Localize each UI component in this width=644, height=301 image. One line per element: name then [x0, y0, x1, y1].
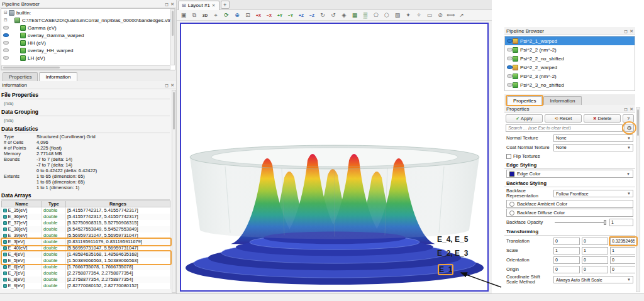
- capture-view-icon[interactable]: ⧉: [189, 11, 199, 20]
- pipeline-item[interactable]: Psi^2_2 (nm^-2): [505, 45, 635, 54]
- reset-button[interactable]: ⟲Reset: [545, 114, 582, 123]
- float-panel-icon[interactable]: ◻: [165, 2, 169, 6]
- translation-y-input[interactable]: [582, 238, 608, 245]
- visibility-eye-icon[interactable]: [507, 74, 513, 78]
- pipeline-item[interactable]: Psi^2_2_warped: [505, 63, 635, 72]
- backface-diffuse-color-control[interactable]: Backface Diffuse Color: [506, 209, 633, 217]
- view-plus-x-icon[interactable]: +X: [253, 11, 264, 20]
- edge-color-control[interactable]: Edge Color ▼: [506, 170, 633, 178]
- pipeline-item[interactable]: LH (eV): [1, 54, 175, 62]
- coat-normal-texture-select[interactable]: None▼: [553, 144, 633, 151]
- properties-scrollbar[interactable]: [636, 107, 640, 292]
- close-layout-icon[interactable]: ✕: [212, 3, 216, 8]
- tab-properties[interactable]: Properties: [3, 72, 38, 81]
- translation-z-input[interactable]: [610, 238, 635, 245]
- data-array-row[interactable]: E_36[eV]double[5.41557742317, 5.41557742…: [2, 214, 170, 220]
- rotate-90-ccw-icon[interactable]: ↺: [328, 11, 338, 20]
- view-minus-z-icon[interactable]: −Z: [307, 11, 317, 20]
- data-array-row[interactable]: E_37[eV]double[5.52750908315, 5.52750908…: [2, 220, 170, 226]
- float-panel-icon[interactable]: ◻: [165, 83, 169, 87]
- data-array-row[interactable]: E_3[eV]double[0.831195911679, 0.83119591…: [2, 239, 170, 245]
- visibility-eye-icon[interactable]: [507, 39, 513, 43]
- view-minus-x-icon[interactable]: −X: [264, 11, 274, 20]
- select-cells-polygon-icon[interactable]: ⬠: [371, 11, 381, 20]
- pipeline-item[interactable]: overlay_Gamma_warped: [1, 31, 175, 39]
- close-panel-icon[interactable]: ✕: [630, 29, 633, 33]
- backface-opacity-slider[interactable]: [555, 222, 606, 223]
- pipeline-item[interactable]: HH (eV): [1, 39, 175, 47]
- data-array-row[interactable]: E_39[eV]double[5.56959731047, 5.56959731…: [2, 233, 170, 239]
- origin-z-input[interactable]: [610, 266, 635, 273]
- clear-selection-icon[interactable]: ⊘: [435, 11, 445, 20]
- hover-cells-icon[interactable]: ▭: [425, 11, 435, 20]
- data-array-row[interactable]: E_38[eV]double[5.54527553849, 5.54527553…: [2, 226, 170, 233]
- gear-icon[interactable]: ⚙: [625, 124, 634, 132]
- tree-vertical-scrollbar[interactable]: [170, 9, 175, 65]
- origin-x-input[interactable]: [553, 266, 580, 273]
- expander-icon[interactable]: ⊟: [4, 18, 8, 23]
- data-array-row[interactable]: E_35[eV]double[5.41557742317, 5.41557742…: [2, 207, 170, 214]
- zoom-to-box-icon[interactable]: ⊡: [243, 11, 253, 20]
- add-layout-button[interactable]: +: [221, 1, 230, 9]
- close-panel-icon[interactable]: ✕: [170, 2, 174, 6]
- search-input[interactable]: [506, 124, 623, 132]
- origin-y-input[interactable]: [582, 266, 608, 273]
- visibility-eye-icon[interactable]: [3, 56, 9, 60]
- float-panel-icon[interactable]: ◻: [624, 29, 628, 33]
- pipeline-item[interactable]: Gamma (eV): [1, 24, 175, 31]
- rotate-90-cw-icon[interactable]: ↻: [318, 11, 328, 20]
- data-array-row[interactable]: E_6[eV]double[1.7666735078, 1.7666735078…: [2, 264, 170, 270]
- view-plus-y-icon[interactable]: +Y: [275, 11, 285, 20]
- column-type[interactable]: Type: [42, 201, 66, 207]
- pipeline-item[interactable]: Psi^2_3 (nm^-2): [505, 72, 635, 80]
- data-array-row[interactable]: E_8[eV]double[2.2758877354, 2.2758877354…: [2, 276, 170, 283]
- pipeline-browser-tree-right[interactable]: Psi^2_1_warpedPsi^2_2 (nm^-2)Psi^2_2_no_…: [504, 36, 635, 91]
- pipeline-item[interactable]: Psi^2_3_no_shifted: [505, 80, 635, 89]
- data-array-row[interactable]: E_40[eV]double[5.56959731047, 5.56959731…: [2, 245, 170, 251]
- interactive-select-cells-icon[interactable]: ✦: [403, 11, 413, 20]
- information-scrollbar[interactable]: [172, 90, 176, 293]
- pipeline-item[interactable]: overlay_HH_warped: [1, 47, 175, 54]
- pipeline-item[interactable]: ⊟C:\TESTCASE\2D\QuantumCorral_nnp\bias_0…: [1, 16, 175, 24]
- pipeline-item[interactable]: Psi^2_2_no_shifted: [505, 54, 635, 63]
- pipeline-item[interactable]: ⊟builtin:: [1, 9, 175, 16]
- visibility-eye-icon[interactable]: [3, 41, 9, 45]
- ruler-icon[interactable]: ⟺: [446, 11, 456, 20]
- flip-textures-checkbox[interactable]: [506, 154, 511, 159]
- coordinate-shift-select[interactable]: Always Auto Shift Scale▼: [553, 276, 633, 283]
- orientation-y-input[interactable]: [582, 256, 608, 264]
- view-plus-z-icon[interactable]: +Z: [296, 11, 306, 20]
- tab-layout-1[interactable]: ⊞ Layout #1 ✕: [178, 1, 219, 10]
- visibility-eye-icon[interactable]: [507, 65, 513, 69]
- visibility-eye-icon[interactable]: [507, 48, 513, 52]
- backface-opacity-input[interactable]: [609, 219, 633, 226]
- close-panel-icon[interactable]: ✕: [630, 107, 633, 111]
- translation-x-input[interactable]: [553, 238, 580, 245]
- scale-x-input[interactable]: [553, 247, 580, 254]
- data-array-row[interactable]: E_5[eV]double[1.50389066563, 1.503890665…: [2, 258, 170, 264]
- tab-information[interactable]: Information: [39, 72, 77, 81]
- visibility-eye-icon[interactable]: [507, 57, 513, 60]
- select-cells-rect-icon[interactable]: ▦: [350, 11, 360, 20]
- apply-button[interactable]: ✔Apply: [506, 114, 543, 123]
- expander-icon[interactable]: ⊟: [4, 10, 8, 15]
- close-panel-icon[interactable]: ✕: [170, 83, 174, 87]
- column-name[interactable]: Name: [2, 201, 42, 207]
- select-points-rect-icon[interactable]: ▒: [360, 11, 370, 20]
- orientation-z-input[interactable]: [610, 256, 635, 264]
- view-minus-y-icon[interactable]: −Y: [286, 11, 296, 20]
- adjust-camera-icon[interactable]: ⌖: [211, 11, 221, 20]
- help-button[interactable]: ?: [623, 114, 634, 123]
- visibility-eye-icon[interactable]: [507, 83, 513, 87]
- toggle-2d-3d-icon[interactable]: 3D: [200, 11, 210, 20]
- visibility-eye-icon[interactable]: [3, 33, 9, 37]
- pipeline-item[interactable]: Psi^2_1_warped: [505, 36, 635, 45]
- backface-representation-select[interactable]: Follow Frontface▼: [553, 190, 633, 197]
- select-block-icon[interactable]: ▧: [392, 11, 402, 20]
- scale-z-input[interactable]: [610, 247, 635, 254]
- data-array-row[interactable]: E_7[eV]double[2.2758877354, 2.2758877354…: [2, 270, 170, 276]
- backface-ambient-color-control[interactable]: Backface Ambient Color: [506, 200, 633, 208]
- visibility-eye-icon[interactable]: [3, 48, 9, 52]
- tab-information-right[interactable]: Information: [543, 96, 581, 105]
- select-points-polygon-icon[interactable]: ⬡: [382, 11, 392, 20]
